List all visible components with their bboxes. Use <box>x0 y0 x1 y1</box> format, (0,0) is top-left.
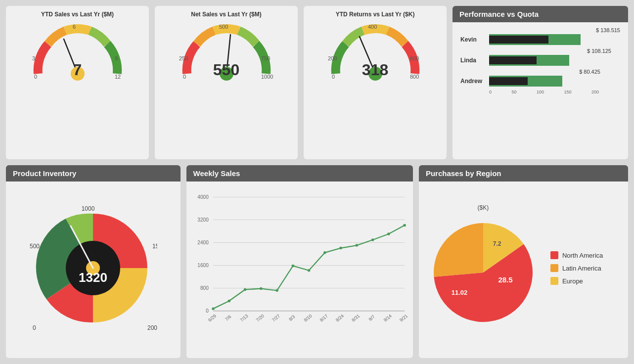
svg-point-53 <box>387 232 390 235</box>
svg-text:800: 800 <box>200 285 209 291</box>
net-sales-title: Net Sales vs Last Yr ($M) <box>191 11 262 18</box>
eu-legend-label: Europe <box>562 277 583 285</box>
pie-area: ($K) 28.5 11.02 7.2 <box>424 204 543 332</box>
svg-point-45 <box>260 287 263 290</box>
andrew-black-bar <box>489 77 528 85</box>
svg-point-50 <box>339 247 342 250</box>
linda-label: Linda <box>460 57 485 64</box>
svg-text:1500: 1500 <box>152 243 157 250</box>
net-sales-gauge: 0 250 500 750 1000 550 <box>177 22 276 81</box>
svg-text:3200: 3200 <box>197 217 209 223</box>
eu-value: 7.2 <box>493 240 501 247</box>
la-segment <box>434 223 483 277</box>
inventory-header: Product Inventory <box>6 165 181 182</box>
svg-text:250: 250 <box>179 55 188 61</box>
weekly-line <box>213 226 405 309</box>
net-sales-value: 550 <box>213 61 239 79</box>
svg-text:7/27: 7/27 <box>271 313 281 322</box>
svg-text:0: 0 <box>206 308 209 314</box>
purchases-subtitle: ($K) <box>478 204 489 211</box>
svg-text:9: 9 <box>115 55 118 61</box>
svg-point-47 <box>291 265 294 268</box>
legend-na: North America <box>550 251 603 259</box>
performance-body: $ 138.515 Kevin $ 108.125 Linda <box>453 22 628 97</box>
svg-text:2000: 2000 <box>147 324 157 331</box>
svg-text:0: 0 <box>33 324 36 331</box>
svg-point-52 <box>371 238 374 241</box>
kevin-black-bar <box>489 36 548 44</box>
svg-text:7/20: 7/20 <box>255 313 265 322</box>
svg-text:400: 400 <box>368 24 377 30</box>
svg-text:200: 200 <box>328 55 337 61</box>
svg-point-49 <box>323 251 326 254</box>
purchases-svg: 28.5 11.02 7.2 <box>424 213 543 332</box>
svg-text:500: 500 <box>30 243 40 250</box>
svg-text:8/3: 8/3 <box>288 314 296 322</box>
axis-100: 100 <box>537 90 544 94</box>
svg-text:7/6: 7/6 <box>224 314 232 322</box>
la-value: 11.02 <box>452 289 468 296</box>
purchases-card: Purchases by Region ($K) 28.5 11.02 7.2 <box>419 165 628 358</box>
svg-text:8/24: 8/24 <box>335 313 345 322</box>
weekly-sales-header: Weekly Sales <box>186 165 413 182</box>
legend-eu: Europe <box>550 277 603 285</box>
inventory-wheel: 1320 1000 1500 2000 0 500 <box>29 204 157 332</box>
axis-150: 150 <box>564 90 572 94</box>
svg-text:9/7: 9/7 <box>367 314 375 322</box>
svg-point-51 <box>355 244 358 247</box>
axis-200: 200 <box>591 90 599 94</box>
svg-text:8/10: 8/10 <box>303 313 313 322</box>
kevin-bars <box>489 34 598 45</box>
performance-card: Performance vs Quota $ 138.515 Kevin $ 1… <box>453 6 628 159</box>
ytd-sales-gauge: 0 3 6 9 12 7 <box>28 22 127 81</box>
ytd-returns-gauge: 0 200 400 600 800 318 <box>326 22 425 81</box>
eu-legend-color <box>550 277 558 285</box>
svg-text:1320: 1320 <box>79 270 107 285</box>
inventory-body: 1320 1000 1500 2000 0 500 <box>6 182 181 355</box>
svg-text:3: 3 <box>32 55 35 61</box>
svg-text:1000: 1000 <box>261 74 273 80</box>
purchases-body: ($K) 28.5 11.02 7.2 <box>419 182 628 355</box>
svg-text:0: 0 <box>34 74 37 80</box>
svg-text:0: 0 <box>332 74 335 80</box>
svg-point-44 <box>243 288 246 291</box>
svg-text:12: 12 <box>115 74 121 80</box>
svg-text:1000: 1000 <box>82 205 95 212</box>
svg-text:0: 0 <box>183 74 186 80</box>
ytd-returns-title: YTD Returns vs Last Yr ($K) <box>336 11 415 18</box>
na-value: 28.5 <box>498 275 512 284</box>
svg-text:2400: 2400 <box>197 240 209 245</box>
perf-axis: 0 50 100 150 200 <box>460 90 599 94</box>
ytd-returns-value: 318 <box>362 61 388 79</box>
svg-text:6/29: 6/29 <box>207 313 217 322</box>
ytd-sales-card: YTD Sales vs Last Yr ($M) 0 3 6 9 12 <box>6 6 149 159</box>
la-legend-label: Latin America <box>562 265 601 272</box>
purchases-legend: North America Latin America Europe <box>550 251 603 285</box>
net-sales-card: Net Sales vs Last Yr ($M) 0 250 500 750 … <box>155 6 298 159</box>
axis-0: 0 <box>489 90 492 94</box>
svg-text:800: 800 <box>410 74 419 80</box>
svg-text:8/17: 8/17 <box>318 313 328 322</box>
la-legend-color <box>550 264 558 272</box>
svg-text:750: 750 <box>261 55 270 61</box>
svg-point-54 <box>403 224 406 227</box>
axis-50: 50 <box>512 90 517 94</box>
linda-amount: $ 108.125 <box>460 48 611 54</box>
ytd-returns-card: YTD Returns vs Last Yr ($K) 0 200 400 60… <box>304 6 447 159</box>
svg-text:8/31: 8/31 <box>351 313 361 322</box>
purchases-header: Purchases by Region <box>419 165 628 182</box>
weekly-sales-svg: 0 800 1600 2400 3200 4000 <box>190 186 409 340</box>
na-legend-label: North America <box>562 252 603 259</box>
svg-point-46 <box>275 289 278 292</box>
svg-text:9/21: 9/21 <box>399 313 408 322</box>
andrew-bars <box>489 76 598 87</box>
svg-text:500: 500 <box>219 24 228 30</box>
performance-header: Performance vs Quota <box>453 6 628 22</box>
linda-black-bar <box>489 56 537 64</box>
andrew-amount: $ 80.425 <box>460 69 600 75</box>
svg-text:600: 600 <box>410 55 419 61</box>
linda-bars <box>489 55 598 66</box>
svg-text:9/14: 9/14 <box>382 313 392 322</box>
ytd-sales-title: YTD Sales vs Last Yr ($M) <box>41 11 114 18</box>
svg-text:6: 6 <box>73 24 76 30</box>
